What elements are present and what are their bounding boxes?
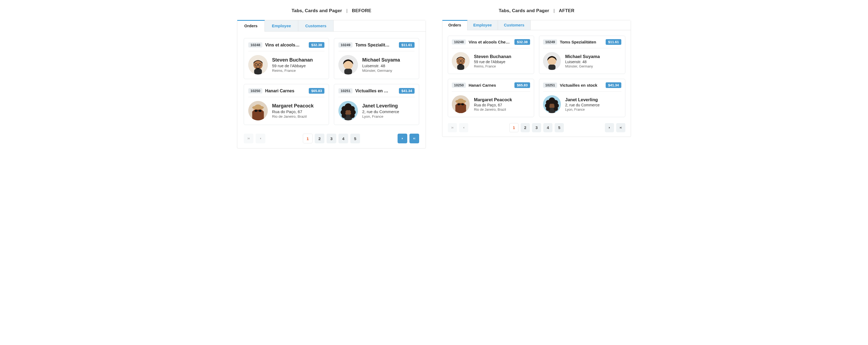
- city-country: Reims, France: [272, 69, 313, 73]
- tab-orders[interactable]: Orders: [237, 20, 265, 32]
- svg-point-13: [255, 104, 261, 108]
- pager-page-5[interactable]: 5: [350, 134, 360, 143]
- svg-rect-35: [549, 64, 555, 70]
- price-badge: $41.34: [399, 88, 414, 94]
- card-body: Michael Suyama Luisenstr. 48 Münster, Ge…: [338, 51, 414, 74]
- order-card: 10251 Victuailles en … $41.34 Janet Leve…: [334, 84, 419, 125]
- price-badge: $11.61: [399, 42, 414, 48]
- pager-next-button[interactable]: [605, 123, 614, 132]
- pager-page-4[interactable]: 4: [543, 123, 553, 132]
- avatar: [543, 52, 561, 70]
- pager-page-2[interactable]: 2: [315, 134, 324, 143]
- svg-rect-15: [259, 110, 261, 112]
- chevron-left-icon: [462, 126, 466, 130]
- card-head: 10250 Hanari Carnes $65.83: [452, 82, 530, 92]
- order-card: 10248 Vins et alcools… $32.38 Steven Buc…: [244, 38, 329, 79]
- city-country: Rio de Janeiro, Brazil: [272, 115, 314, 119]
- customer-name: Victuailles en stock: [560, 83, 603, 88]
- pager-page-3[interactable]: 3: [327, 134, 336, 143]
- order-id-badge: 10251: [543, 83, 557, 88]
- price-badge: $32.38: [309, 42, 324, 48]
- customer-name: Toms Spezialitäten: [560, 40, 603, 44]
- tabs-before: Orders Employee Customers: [237, 20, 426, 32]
- tab-customers[interactable]: Customers: [498, 20, 531, 30]
- address: 2, rue du Commerce: [565, 103, 600, 107]
- employee-name: Michael Suyama: [362, 57, 400, 63]
- employee-name: Steven Buchanan: [272, 57, 313, 63]
- avatar: [338, 55, 358, 74]
- city-country: Lyon, France: [565, 108, 600, 112]
- avatar: [452, 95, 470, 113]
- card-head: 10251 Victuailles en stock $41.34: [543, 82, 621, 92]
- address: Rua do Paço, 67: [474, 103, 512, 107]
- address: 2, rue du Commerce: [362, 109, 399, 114]
- avatar: [248, 101, 268, 120]
- order-card: 10251 Victuailles en stock $41.34 Janet …: [539, 79, 625, 117]
- address: 59 rue de l'Abbaye: [474, 60, 511, 64]
- tabstrip-after: Orders Employee Customers 10248 Vins et …: [442, 20, 631, 137]
- city-country: Reims, France: [474, 64, 511, 68]
- svg-point-26: [345, 103, 352, 111]
- tab-employee[interactable]: Employee: [467, 20, 498, 30]
- svg-rect-41: [458, 103, 460, 105]
- avatar: [338, 101, 358, 120]
- svg-rect-43: [460, 104, 462, 104]
- address: Rua do Paço, 67: [272, 109, 314, 114]
- svg-rect-14: [254, 110, 257, 112]
- order-card: 10248 Vins et alcools Che… $32.38 Steven…: [448, 36, 534, 74]
- card-body: Margaret Peacock Rua do Paço, 67 Rio de …: [452, 92, 530, 113]
- address: 59 rue de l'Abbaye: [272, 63, 313, 68]
- tab-customers[interactable]: Customers: [298, 20, 334, 31]
- panel-title-after: Tabs, Cards and Pager | AFTER: [442, 8, 631, 13]
- svg-point-53: [549, 97, 555, 104]
- pager-next-button[interactable]: [398, 134, 407, 143]
- employee-name: Margaret Peacock: [272, 103, 314, 109]
- card-body: Margaret Peacock Rua do Paço, 67 Rio de …: [248, 97, 324, 120]
- city-country: Münster, Germany: [565, 64, 600, 68]
- pager-page-5[interactable]: 5: [555, 123, 564, 132]
- customer-name: Hanari Carnes: [469, 83, 512, 88]
- pager-page-2[interactable]: 2: [521, 123, 530, 132]
- price-badge: $65.83: [515, 82, 530, 88]
- pager-prev-button[interactable]: [459, 123, 468, 132]
- order-id-badge: 10250: [248, 88, 262, 93]
- pager-last-button[interactable]: [409, 134, 419, 143]
- svg-point-51: [546, 106, 550, 111]
- pager-last-button[interactable]: [616, 123, 625, 132]
- panel-title-before: Tabs, Cards and Pager | BEFORE: [237, 8, 426, 13]
- pager-page-3[interactable]: 3: [532, 123, 541, 132]
- pager-page-1[interactable]: 1: [509, 123, 519, 132]
- order-card: 10249 Toms Spezialit… $11.61 Michael Suy…: [334, 38, 419, 79]
- price-badge: $32.38: [515, 39, 530, 45]
- customer-name: Victuailles en …: [355, 89, 396, 93]
- avatar: [543, 95, 561, 113]
- pager-first-button[interactable]: [448, 123, 457, 132]
- chevron-first-icon: [451, 126, 454, 130]
- order-id-badge: 10250: [452, 83, 466, 88]
- svg-rect-2: [254, 69, 262, 74]
- customer-name: Hanari Carnes: [265, 89, 306, 93]
- employee-name: Michael Suyama: [565, 54, 600, 59]
- card-body: Steven Buchanan 59 rue de l'Abbaye Reims…: [248, 51, 324, 74]
- card-body: Janet Leverling 2, rue du Commerce Lyon,…: [543, 92, 621, 113]
- tab-employee[interactable]: Employee: [265, 20, 298, 31]
- pager-before: 1 2 3 4 5: [237, 130, 426, 148]
- pager-page-1[interactable]: 1: [303, 134, 313, 143]
- avatar: [248, 55, 268, 74]
- svg-point-52: [554, 106, 558, 111]
- pager-page-4[interactable]: 4: [338, 134, 348, 143]
- svg-rect-42: [462, 103, 464, 105]
- card-head: 10249 Toms Spezialitäten $11.61: [543, 39, 621, 48]
- order-card: 10250 Hanari Carnes $65.83 Margaret Peac…: [244, 84, 329, 125]
- customer-name: Vins et alcools Che…: [469, 40, 512, 44]
- avatar: [452, 52, 470, 70]
- svg-rect-29: [457, 64, 464, 70]
- chevron-right-icon: [608, 126, 611, 130]
- svg-point-24: [342, 114, 346, 118]
- employee-name: Janet Leverling: [362, 103, 399, 109]
- pager-prev-button[interactable]: [256, 134, 265, 143]
- employee-name: Janet Leverling: [565, 97, 600, 102]
- tab-orders[interactable]: Orders: [442, 20, 467, 30]
- pager-first-button[interactable]: [244, 134, 253, 143]
- card-head: 10251 Victuailles en … $41.34: [338, 88, 414, 97]
